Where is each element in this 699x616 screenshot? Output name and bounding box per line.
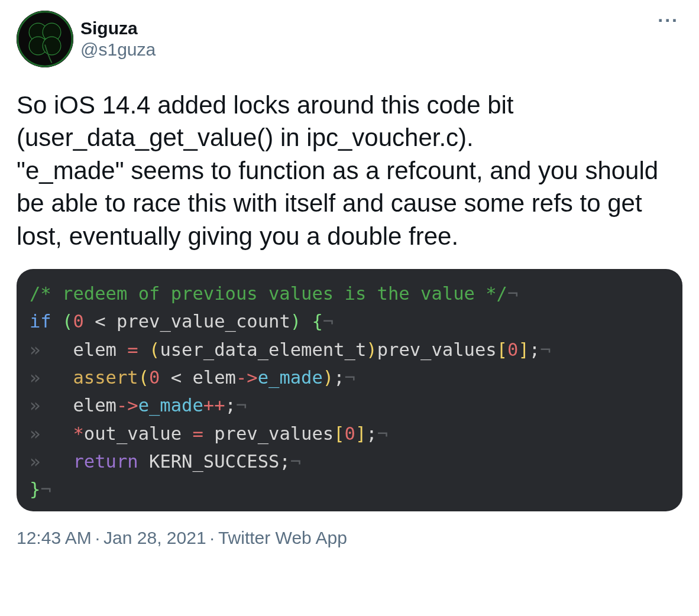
- display-name[interactable]: Siguza: [80, 18, 156, 39]
- code-line-8: }¬: [30, 475, 669, 503]
- code-line-4: » assert(0 < elem->e_made);¬: [30, 364, 669, 391]
- tweet-source[interactable]: Twitter Web App: [218, 528, 347, 547]
- code-line-3: » elem = (user_data_element_t)prev_value…: [30, 336, 669, 364]
- tweet-date[interactable]: Jan 28, 2021: [103, 528, 206, 547]
- user-handle[interactable]: @s1guza: [80, 39, 156, 60]
- tweet-time[interactable]: 12:43 AM: [17, 528, 92, 547]
- avatar[interactable]: [17, 11, 73, 67]
- code-line-5: » elem->e_made++;¬: [30, 391, 669, 419]
- user-names: Siguza @s1guza: [80, 18, 156, 60]
- user-block[interactable]: Siguza @s1guza: [17, 11, 156, 67]
- tweet-meta: 12:43 AM·Jan 28, 2021·Twitter Web App: [17, 528, 682, 548]
- code-line-7: » return KERN_SUCCESS;¬: [30, 448, 669, 475]
- tweet-text: So iOS 14.4 added locks around this code…: [17, 89, 682, 252]
- avatar-image: [17, 11, 73, 67]
- tweet-header: Siguza @s1guza ···: [17, 11, 682, 67]
- code-line-1: /* redeem of previous values is the valu…: [30, 280, 669, 307]
- code-line-2: if (0 < prev_value_count) {¬: [30, 307, 669, 335]
- code-line-6: » *out_value = prev_values[0];¬: [30, 420, 669, 448]
- more-button[interactable]: ···: [654, 14, 682, 26]
- separator-dot: ·: [206, 528, 218, 547]
- code-snippet: /* redeem of previous values is the valu…: [17, 269, 682, 511]
- separator-dot: ·: [92, 528, 103, 547]
